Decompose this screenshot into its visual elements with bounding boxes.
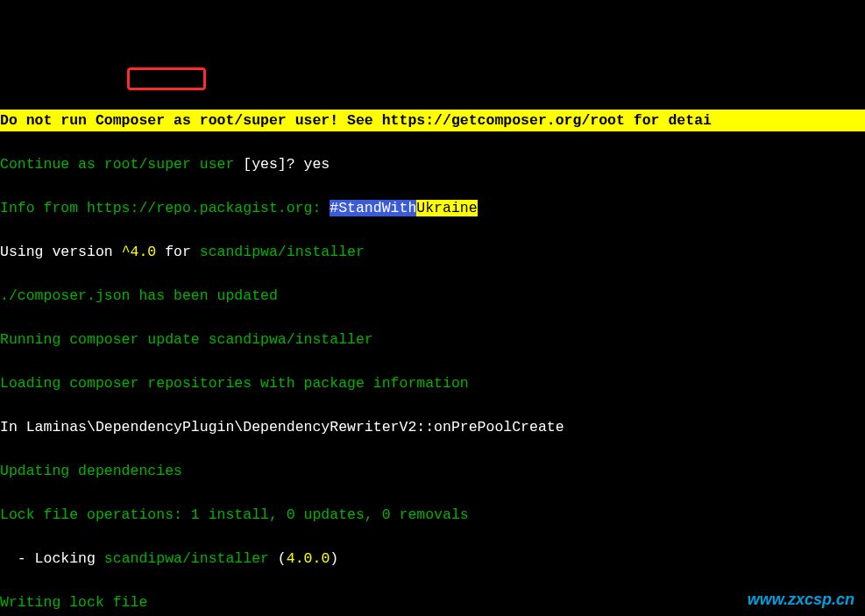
packagist-info: Info from https://repo.packagist.org: #S… [0, 197, 865, 219]
composer-root-warning: Do not run Composer as root/super user! … [0, 110, 865, 131]
locking-line: - Locking scandipwa/installer (4.0.0) [0, 548, 865, 570]
writing-lock: Writing lock file [0, 591, 865, 613]
updating-deps: Updating dependencies [0, 460, 865, 482]
json-updated: ./composer.json has been updated [0, 285, 865, 307]
loading-repos: Loading composer repositories with packa… [0, 372, 865, 394]
watermark: www.zxcsp.cn [748, 589, 854, 611]
terminal-output: Do not run Composer as root/super user! … [0, 88, 865, 616]
using-version: Using version ^4.0 for scandipwa/install… [0, 241, 865, 263]
continue-prompt: Continue as root/super user [yes]? yes [0, 153, 865, 175]
laminas-plugin: In Laminas\DependencyPlugin\DependencyRe… [0, 416, 865, 438]
lock-file-ops: Lock file operations: 1 install, 0 updat… [0, 504, 865, 526]
running-update: Running composer update scandipwa/instal… [0, 329, 865, 350]
